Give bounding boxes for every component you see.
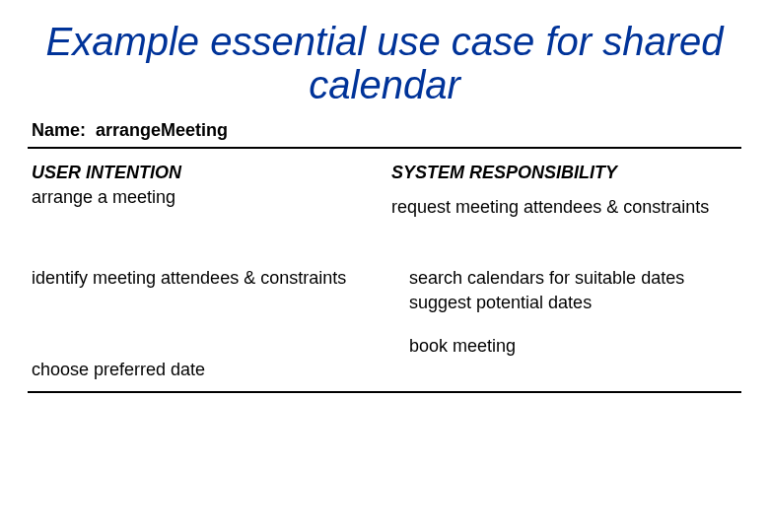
- user-intention-column: USER INTENTION arrange a meeting identif…: [28, 163, 382, 381]
- name-value: arrangeMeeting: [96, 120, 228, 140]
- system-responsibility-column: SYSTEM RESPONSIBILITY request meeting at…: [391, 163, 741, 381]
- two-columns: USER INTENTION arrange a meeting identif…: [28, 163, 741, 381]
- divider-bottom: [28, 391, 741, 393]
- divider-top: [28, 147, 741, 149]
- name-label: Name:: [32, 120, 86, 140]
- slide-title: Example essential use case for shared ca…: [28, 20, 741, 106]
- system-step-2a: search calendars for suitable dates: [391, 266, 741, 290]
- system-responsibility-header: SYSTEM RESPONSIBILITY: [391, 163, 741, 183]
- system-step-2b: suggest potential dates: [391, 291, 741, 314]
- system-step-3: book meeting: [391, 334, 741, 358]
- slide: Example essential use case for shared ca…: [0, 0, 769, 532]
- user-intention-header: USER INTENTION: [32, 163, 382, 183]
- user-step-3: choose preferred date: [32, 358, 382, 381]
- use-case-name-row: Name: arrangeMeeting: [32, 120, 741, 141]
- system-step-1: request meeting attendees & constraints: [391, 195, 741, 219]
- user-step-2: identify meeting attendees & constraints: [32, 266, 382, 290]
- user-step-1: arrange a meeting: [32, 185, 382, 209]
